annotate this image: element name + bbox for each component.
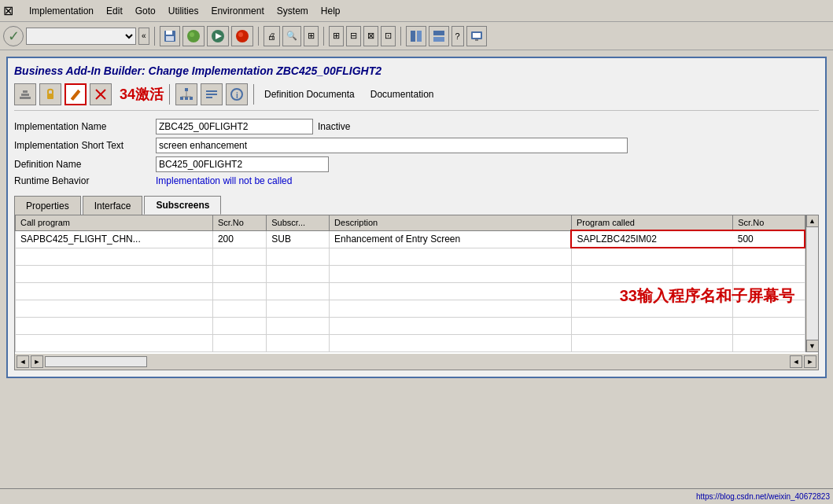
tab-interface[interactable]: Interface [83,196,143,215]
info-icon: i [230,87,244,101]
btn-grid4[interactable]: ⊡ [381,26,396,46]
cell-program-called: SAPLZBC425IM02 [571,230,732,248]
table-wrapper: Call program Scr.No Subscr... Descriptio… [15,215,818,352]
tools-icon-btn[interactable] [14,83,36,105]
green-circle-icon [186,29,201,43]
table-row[interactable]: SAPBC425_FLIGHT_CHN... 200 SUB Enhanceme… [16,230,805,248]
btn-grid3[interactable]: ⊠ [363,26,378,46]
impl-short-text-label: Implementation Short Text [14,140,156,151]
hierarchy-icon-btn[interactable] [175,83,197,105]
find-next-button[interactable]: ⊞ [304,26,319,46]
svg-rect-14 [473,33,481,38]
menu-environment[interactable]: Environment [211,6,264,17]
tab-properties[interactable]: Properties [14,196,81,215]
col-description: Description [330,215,572,231]
runtime-link[interactable]: Implementation will not be called [156,175,292,186]
sep3 [323,27,324,46]
sep1 [154,27,155,46]
h-scroll-left-btn[interactable]: ◄ [17,355,29,368]
svg-point-8 [238,32,243,37]
svg-rect-1 [166,31,172,35]
svg-rect-10 [417,31,422,42]
table-row-empty-6 [16,334,805,351]
layout2-icon [433,30,445,42]
align-icon [205,87,219,101]
svg-rect-15 [475,39,478,41]
h-scroll-right-btn[interactable]: ► [31,355,43,368]
col-call-program: Call program [16,215,213,231]
menu-implementation[interactable]: Implementation [29,6,94,17]
btn-layout2[interactable] [429,26,449,46]
menu-goto[interactable]: Goto [135,6,156,17]
svg-rect-26 [190,97,193,100]
menu-help[interactable]: Help [321,6,341,17]
scroll-down-btn[interactable]: ▼ [806,340,819,352]
h-scroll-right-right-btn[interactable]: ► [804,355,816,368]
icon-sep2 [253,84,254,105]
align-icon-btn[interactable] [201,83,223,105]
scroll-up-btn[interactable]: ▲ [806,215,819,227]
green-arrow-icon [211,29,225,43]
h-scroll-right-left-btn[interactable]: ◄ [790,355,802,368]
monitor-button[interactable] [466,26,487,46]
def-documenta-btn[interactable]: Definition Documenta [264,89,355,100]
cell-call-program: SAPBC425_FLIGHT_CHN... [16,230,213,248]
tab-subscreens[interactable]: Subscreens [144,196,221,215]
svg-rect-2 [166,36,174,41]
menu-system[interactable]: System [277,6,308,17]
edit-icon-btn[interactable] [65,83,87,105]
impl-name-label: Implementation Name [14,121,156,132]
save-button[interactable] [160,26,180,46]
nav-back-arrow[interactable]: « [138,28,149,45]
main-content: Business Add-In Builder: Change Implemen… [0,50,833,504]
vertical-scrollbar: ▲ ▼ [805,215,818,352]
menu-edit[interactable]: Edit [106,6,123,17]
panel-title: Business Add-In Builder: Change Implemen… [14,64,819,77]
btn-layout1[interactable] [406,26,426,46]
print-button[interactable]: 🖨 [264,26,280,46]
status-bar-url: https://blog.csdn.net/weixin_40672823 [696,492,830,501]
runtime-row: Runtime Behavior Implementation will not… [14,175,819,186]
find-button[interactable]: 🔍 [282,26,301,46]
scroll-track [807,227,818,340]
def-name-row: Definition Name [14,156,819,172]
panel-icon-toolbar: 34激活 [14,83,819,111]
menu-utilities[interactable]: Utilities [168,6,199,17]
horizontal-scroll-area: ◄ ► ◄ ► [15,354,818,370]
back-button[interactable]: ✓ [3,26,24,46]
tabs-row: Properties Interface Subscreens [14,196,819,215]
layout1-icon [410,30,422,42]
h-scroll-right: ◄ ► [790,355,816,368]
command-select[interactable] [26,28,136,45]
impl-name-input[interactable] [156,119,313,134]
lock-icon-btn[interactable] [39,83,61,105]
lock-icon [43,87,57,101]
data-table: Call program Scr.No Subscr... Descriptio… [15,215,805,352]
h-scroll-track [45,356,147,367]
impl-name-row: Implementation Name Inactive [14,119,819,134]
cell-prog-scr-no: 500 [733,230,805,248]
col-scr-no: Scr.No [212,215,266,231]
documentation-btn[interactable]: Documentation [370,89,434,100]
runtime-label: Runtime Behavior [14,175,156,186]
svg-point-4 [190,32,194,37]
toolbar: ✓ « 🖨 🔍 ⊞ ⊞ ⊟ ⊠ ⊡ [0,22,833,50]
icon-sep1 [169,84,170,105]
tools-icon [18,87,32,101]
delete-icon [94,87,108,101]
btn-green2[interactable] [207,26,229,46]
info-icon-btn[interactable]: i [226,83,248,105]
red-circle-icon [235,29,249,43]
btn-grid2[interactable]: ⊟ [346,26,361,46]
help-button[interactable]: ? [452,26,464,46]
menu-bar: ⊠ Implementation Edit Goto Utilities Env… [0,0,833,22]
btn-green1[interactable] [182,26,205,46]
pencil-icon [68,87,83,101]
annotation-34: 34激活 [120,85,164,104]
btn-red[interactable] [231,26,253,46]
delete-icon-btn[interactable] [90,83,112,105]
table-row-empty-1 [16,248,805,265]
btn-grid1[interactable]: ⊞ [329,26,344,46]
impl-short-text-input[interactable] [156,138,628,153]
def-name-input[interactable] [156,156,329,172]
